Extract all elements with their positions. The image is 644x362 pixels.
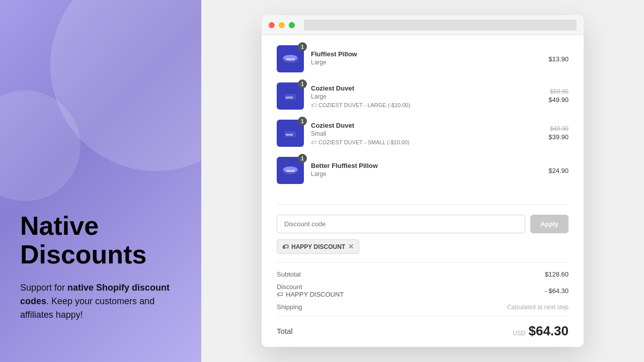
tag-icon: 🏷 <box>311 102 316 108</box>
price-original: $49.90 <box>548 125 569 132</box>
price-current: $24.90 <box>548 167 569 174</box>
subtotal-value: $128.60 <box>545 270 569 278</box>
totals-divider <box>277 316 569 316</box>
discount-value: - $64.30 <box>544 287 569 295</box>
item-details: Coziest Duvet Large 🏷 COZIEST DUVET - LA… <box>311 84 541 108</box>
item-price: $49.90 $39.90 <box>548 125 569 141</box>
item-details: Better Fluffiest Pillow Large <box>311 162 541 179</box>
subtotal-label: Subtotal <box>277 270 301 278</box>
traffic-light-yellow[interactable] <box>279 22 285 28</box>
item-name: Better Fluffiest Pillow <box>311 162 541 169</box>
shipping-value: Calculated at next step <box>507 304 569 311</box>
discount-input-row: Apply <box>277 215 569 233</box>
item-quantity-badge: 1 <box>298 154 307 163</box>
total-amount-wrap: USD $64.30 <box>513 323 569 339</box>
discount-code-input[interactable] <box>277 215 525 233</box>
applied-discount-tag[interactable]: 🏷 HAPPY DISCOUNT ✕ <box>277 239 359 254</box>
item-quantity-badge: 1 <box>298 117 307 126</box>
subtotal-row: Subtotal $128.60 <box>277 270 569 278</box>
total-label: Total <box>277 327 293 335</box>
item-quantity-badge: 1 <box>298 42 307 51</box>
shipping-row: Shipping Calculated at next step <box>277 303 569 311</box>
item-quantity-badge: 1 <box>298 79 307 88</box>
remove-discount-button[interactable]: ✕ <box>348 243 354 250</box>
cart-item: 1 WAVE Coziest Duvet Large <box>277 82 569 110</box>
cart-item: 1 WAVE Fluffiest Pillow Large <box>277 45 569 72</box>
total-currency: USD <box>513 330 525 337</box>
price-current: $49.90 <box>548 96 569 104</box>
discount-tag-text: COZIEST DUVET - SMALL (-$10.00) <box>318 139 410 145</box>
traffic-light-red[interactable] <box>269 22 275 28</box>
price-current: $39.90 <box>548 133 569 141</box>
hero-description: Support for native Shopify discount code… <box>20 281 181 322</box>
totals-section: Subtotal $128.60 Discount 🏷 HAPPY DISCOU… <box>277 262 569 339</box>
browser-titlebar <box>262 15 584 35</box>
browser-address-bar <box>304 20 577 31</box>
left-panel: NativeDiscounts Support for native Shopi… <box>0 0 201 362</box>
apply-discount-button[interactable]: Apply <box>530 215 569 233</box>
total-amount: $64.30 <box>528 323 569 339</box>
svg-text:WAVE: WAVE <box>286 96 293 99</box>
price-original: $59.90 <box>548 88 569 95</box>
traffic-light-green[interactable] <box>289 22 295 28</box>
item-price: $13.90 <box>548 54 569 63</box>
discount-row: Discount 🏷 HAPPY DISCOUNT - $64.30 <box>277 283 569 298</box>
hero-title: NativeDiscounts <box>20 212 181 269</box>
item-image-wrap: 1 WAVE <box>277 82 304 110</box>
cart-item: 1 WAVE Coziest Duvet Small <box>277 120 569 147</box>
shipping-label: Shipping <box>277 303 302 311</box>
cart-items-list: 1 WAVE Fluffiest Pillow Large <box>277 45 569 205</box>
right-panel: 1 WAVE Fluffiest Pillow Large <box>201 0 644 362</box>
inline-discount-name: HAPPY DISCOUNT <box>286 291 344 298</box>
item-details: Fluffiest Pillow Large <box>311 50 541 68</box>
discount-label: Discount 🏷 HAPPY DISCOUNT <box>277 283 344 298</box>
browser-window: 1 WAVE Fluffiest Pillow Large <box>262 15 584 347</box>
item-variant: Small <box>311 130 541 137</box>
svg-text:WAVE: WAVE <box>286 133 293 136</box>
item-name: Fluffiest Pillow <box>311 50 541 58</box>
tag-discount-icon: 🏷 <box>282 243 288 250</box>
cart-item: 1 WAVE Better Fluffiest Pillow Large <box>277 157 569 184</box>
price-current: $13.90 <box>548 55 569 63</box>
discount-tag-text: COZIEST DUVET - LARGE (-$10.00) <box>318 102 410 108</box>
browser-content: 1 WAVE Fluffiest Pillow Large <box>262 35 584 347</box>
item-name: Coziest Duvet <box>311 84 541 92</box>
item-name: Coziest Duvet <box>311 122 541 129</box>
discount-section: Apply 🏷 HAPPY DISCOUNT ✕ <box>277 215 569 254</box>
item-variant: Large <box>311 170 541 177</box>
applied-code-label: HAPPY DISCOUNT <box>291 243 345 250</box>
item-discount-tag: 🏷 COZIEST DUVET - SMALL (-$10.00) <box>311 139 541 145</box>
item-variant: Large <box>311 59 541 66</box>
item-image-wrap: 1 WAVE <box>277 45 304 72</box>
svg-text:WAVE: WAVE <box>286 58 295 61</box>
svg-text:WAVE: WAVE <box>286 169 295 172</box>
item-price: $59.90 $49.90 <box>548 88 569 104</box>
inline-tag-icon: 🏷 <box>277 291 283 298</box>
item-image-wrap: 1 WAVE <box>277 157 304 184</box>
item-price: $24.90 <box>548 166 569 175</box>
tag-icon: 🏷 <box>311 139 316 145</box>
item-image-wrap: 1 WAVE <box>277 120 304 147</box>
item-details: Coziest Duvet Small 🏷 COZIEST DUVET - SM… <box>311 122 541 145</box>
total-row: Total USD $64.30 <box>277 323 569 339</box>
item-discount-tag: 🏷 COZIEST DUVET - LARGE (-$10.00) <box>311 102 541 108</box>
discount-code-inline: 🏷 HAPPY DISCOUNT <box>277 291 344 298</box>
item-variant: Large <box>311 93 541 100</box>
